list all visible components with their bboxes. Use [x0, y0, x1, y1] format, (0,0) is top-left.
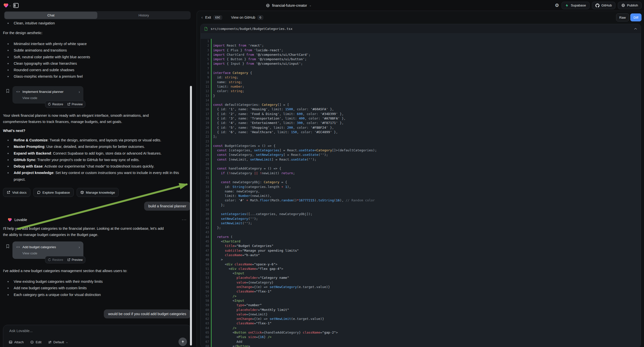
- view-code-link[interactable]: View code: [22, 96, 37, 100]
- code-text: value={newLimit}: [212, 312, 641, 317]
- code-line: 21 { id: '6', name: 'Healthcare', limit:…: [201, 130, 641, 134]
- publish-button[interactable]: Publish: [618, 2, 642, 9]
- line-number-gutter: 63: [201, 321, 211, 326]
- line-number-gutter: 66: [201, 335, 211, 339]
- collapse-file-button[interactable]: [634, 28, 637, 30]
- line-number-gutter: 21: [201, 130, 211, 134]
- message-menu-icon[interactable]: ···: [182, 217, 187, 222]
- diff-tab-button[interactable]: Diff: [630, 14, 642, 22]
- sliders-icon: [48, 340, 52, 344]
- bookmark-icon[interactable]: [6, 88, 10, 93]
- preview-button[interactable]: Preview: [67, 258, 83, 262]
- github-button[interactable]: GitHub: [592, 2, 615, 9]
- code-line: 10 name: string;: [201, 80, 641, 84]
- line-number-gutter: 49: [201, 258, 211, 262]
- line-number: 3: [207, 48, 209, 52]
- mode-selector[interactable]: Default ⌄: [48, 340, 68, 344]
- code-text: };: [212, 203, 641, 207]
- code-text: { id: '2', name: 'Food & Dining', limit:…: [212, 112, 641, 116]
- file-header[interactable]: src/components/budget/BudgetCategories.t…: [201, 24, 641, 34]
- fold-chevron-icon[interactable]: ⌄: [210, 71, 212, 76]
- fold-chevron-icon[interactable]: ⌄: [210, 103, 212, 107]
- tab-chat[interactable]: Chat: [4, 12, 97, 19]
- line-number-gutter: 54: [201, 280, 211, 285]
- settings-button[interactable]: ⚙: [555, 2, 559, 8]
- line-number: 58: [206, 298, 209, 303]
- preview-button[interactable]: Preview: [67, 102, 83, 106]
- line-number: 56: [206, 289, 209, 294]
- code-line: 5import { Button } from '@/components/ui…: [201, 57, 641, 62]
- chat-scrollbar[interactable]: [190, 86, 192, 346]
- code-text: setCategories([...categories, newCategor…: [212, 212, 641, 216]
- visit-docs-button[interactable]: Visit docs: [3, 188, 30, 197]
- list-item: Add new budget categories with custom li…: [7, 285, 187, 291]
- line-number: 36: [206, 198, 209, 202]
- project-selector[interactable]: financial-future-creator ⌄: [266, 4, 312, 8]
- fold-chevron-icon[interactable]: ⌄: [210, 166, 212, 171]
- line-number-gutter: 10: [201, 80, 211, 84]
- list-item-text: Master Prompting: Use clear, detailed, a…: [14, 144, 145, 150]
- code-text: <Input: [212, 271, 641, 276]
- line-number-gutter: 33: [201, 185, 211, 189]
- send-button[interactable]: [178, 338, 187, 346]
- code-line: 43: [201, 230, 641, 234]
- manage-knowledge-button[interactable]: Manage knowledge: [77, 188, 119, 197]
- added-bullet-list: View existing budget categories with the…: [7, 278, 187, 298]
- chat-panel: Chat History Clean, intuitive navigation…: [0, 11, 197, 347]
- code-text: [212, 66, 641, 71]
- code-line: 32⌄ const newCategoryObj: Category = {: [201, 180, 641, 184]
- text-line: I'll help you add budget categories to t…: [3, 226, 188, 232]
- line-number: 47: [206, 248, 209, 253]
- chat-input[interactable]: [9, 328, 171, 333]
- line-number: 37: [206, 203, 209, 207]
- restore-button[interactable]: Restore: [48, 258, 63, 262]
- line-number: 46: [206, 244, 209, 248]
- list-item: Master Prompting: Use clear, detailed, a…: [7, 144, 187, 150]
- chevron-down-icon: ⌄: [309, 4, 312, 7]
- fold-chevron-icon[interactable]: ⌄: [210, 144, 212, 148]
- globe-icon: [266, 4, 270, 8]
- edit-button[interactable]: Edit: [30, 340, 41, 344]
- list-item-text: Glass-morphic elements for a premium fee…: [14, 73, 83, 80]
- view-on-github-button[interactable]: View on GitHub: [231, 16, 255, 20]
- explore-supabase-button[interactable]: Explore Supabase: [33, 188, 74, 197]
- supabase-button[interactable]: Supabase: [562, 2, 590, 9]
- list-item: GitHub Sync: Transfer your project's cod…: [7, 156, 187, 163]
- line-number-gutter: 28: [201, 162, 211, 166]
- restore-icon: [48, 258, 51, 261]
- code-text: onChange={(e) => setNewLimit(e.target.va…: [212, 317, 641, 321]
- attach-button[interactable]: Attach: [9, 340, 24, 344]
- line-number: 44: [206, 235, 209, 239]
- raw-tab-button[interactable]: Raw: [616, 14, 629, 22]
- line-number: 23: [206, 139, 209, 144]
- code-text: </Button>: [212, 344, 641, 347]
- restore-button[interactable]: Restore: [48, 102, 63, 106]
- line-number-gutter: 38: [201, 207, 211, 212]
- list-item-text: Rounded corners and subtle shadows: [14, 67, 74, 73]
- code-text: return (: [212, 235, 641, 239]
- code-line: 4import ChartCard from '@/components/ui/…: [201, 52, 641, 57]
- help-paragraph: I'll help you add budget categories to t…: [3, 226, 188, 238]
- code-line: 38: [201, 207, 641, 212]
- bullet-icon: [8, 294, 9, 296]
- code-text: [212, 39, 641, 43]
- code-text: import { Button } from '@/components/ui/…: [212, 57, 641, 62]
- line-number-gutter: 61: [201, 312, 211, 317]
- code-line: 65 <Button onClick={handleAddCategory} c…: [201, 330, 641, 335]
- line-number-gutter: 59: [201, 303, 211, 308]
- code-text: name: string;: [212, 80, 641, 84]
- list-item: Subtle animations and transitions: [7, 47, 187, 54]
- view-code-link[interactable]: View code: [22, 252, 37, 255]
- line-number-gutter: 57: [201, 294, 211, 298]
- code-text: placeholder="Monthly limit": [212, 308, 641, 312]
- tab-history[interactable]: History: [97, 12, 190, 19]
- lovable-logo-menu[interactable]: ⌄: [3, 3, 11, 8]
- exit-button[interactable]: Exit: [205, 16, 211, 20]
- app-window: ⌄ financial-future-creator ⌄ ⚙ Supabase …: [0, 0, 644, 347]
- bookmark-icon[interactable]: [6, 244, 10, 249]
- fold-chevron-icon[interactable]: ⌄: [210, 180, 212, 185]
- sidebar-toggle-button[interactable]: [13, 2, 19, 9]
- code-line: 33 id: String(categories.length + 1),: [201, 185, 641, 189]
- code-line: 46 title="Budget Categories": [201, 244, 641, 248]
- code-line: 49 >: [201, 258, 641, 262]
